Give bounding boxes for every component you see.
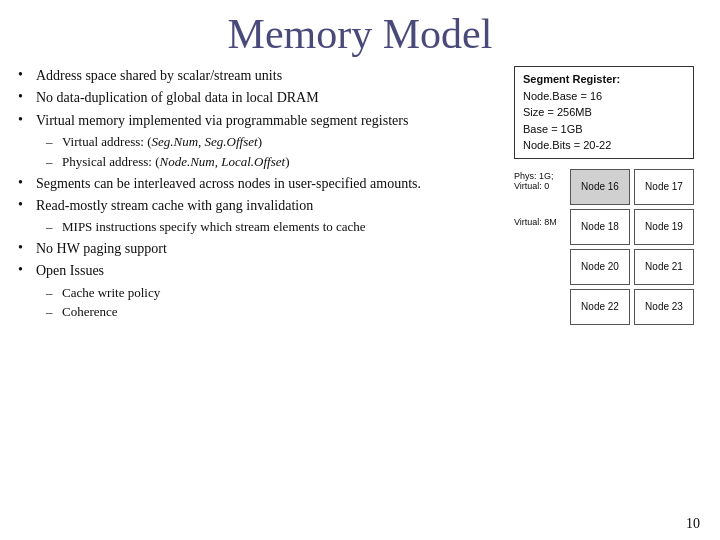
node-22: Node 22 [570, 289, 630, 325]
bullet-text-2: No data-duplication of global data in lo… [36, 88, 319, 108]
bullet-text-1: Address space shared by scalar/stream un… [36, 66, 282, 86]
bullet-icon-6: • [18, 240, 36, 256]
bullet-3: • Virtual memory implemented via program… [18, 111, 432, 131]
bullet-icon-5: • [18, 197, 36, 213]
node-16: Node 16 [570, 169, 630, 205]
seg-reg-line-1: Node.Base = 16 [523, 88, 685, 105]
bullet-icon-4: • [18, 175, 36, 191]
left-column: • Address space shared by scalar/stream … [18, 66, 432, 325]
node-18: Node 18 [570, 209, 630, 245]
sub-bullet-3-1: – Virtual address: (Seg.Num, Seg.Offset) [46, 133, 432, 152]
bullet-4: • Segments can be interleaved across nod… [18, 174, 432, 194]
node-row-0: Node 16 Node 17 [570, 169, 694, 205]
sub-bullet-3-2: – Physical address: (Node.Num, Local.Off… [46, 153, 432, 172]
bullet-text-6: No HW paging support [36, 239, 167, 259]
sub-bullets-3: – Virtual address: (Seg.Num, Seg.Offset)… [46, 133, 432, 172]
sub-bullet-5-1: – MIPS instructions specify which stream… [46, 218, 432, 237]
seg-reg-line-3: Base = 1GB [523, 121, 685, 138]
node-row-1: Node 18 Node 19 [570, 209, 694, 245]
phys-virt-labels: Phys: 1G;Virtual: 0 Virtual: 8M [514, 169, 566, 325]
phys-label: Phys: 1G;Virtual: 0 [514, 171, 566, 211]
bullet-1: • Address space shared by scalar/stream … [18, 66, 432, 86]
segment-register-box: Segment Register: Node.Base = 16 Size = … [514, 66, 694, 159]
seg-reg-line-4: Node.Bits = 20-22 [523, 137, 685, 154]
node-23: Node 23 [634, 289, 694, 325]
node-row-2: Node 20 Node 21 [570, 249, 694, 285]
bullet-text-4: Segments can be interleaved across nodes… [36, 174, 421, 194]
bullet-6: • No HW paging support [18, 239, 432, 259]
bullet-text-3: Virtual memory implemented via programma… [36, 111, 408, 131]
page-title: Memory Model [0, 0, 720, 66]
bullet-7: • Open Issues [18, 261, 432, 281]
page-number: 10 [686, 516, 700, 532]
sub-bullet-7-1: – Cache write policy [46, 284, 432, 303]
node-21: Node 21 [634, 249, 694, 285]
bullet-icon-3: • [18, 112, 36, 128]
bullet-5: • Read-mostly stream cache with gang inv… [18, 196, 432, 216]
virt-label: Virtual: 8M [514, 217, 566, 257]
seg-reg-line-2: Size = 256MB [523, 104, 685, 121]
bullet-icon-2: • [18, 89, 36, 105]
sub-bullets-5: – MIPS instructions specify which stream… [46, 218, 432, 237]
bullet-2: • No data-duplication of global data in … [18, 88, 432, 108]
bullet-icon-1: • [18, 67, 36, 83]
bullet-text-7: Open Issues [36, 261, 104, 281]
sub-bullets-7: – Cache write policy – Coherence [46, 284, 432, 323]
node-row-3: Node 22 Node 23 [570, 289, 694, 325]
node-17: Node 17 [634, 169, 694, 205]
seg-reg-title: Segment Register: [523, 71, 685, 88]
node-20: Node 20 [570, 249, 630, 285]
node-col-left: Node 16 Node 17 Node 18 Node 19 Node 20 … [570, 169, 694, 325]
bullet-text-5: Read-mostly stream cache with gang inval… [36, 196, 313, 216]
sub-bullet-7-2: – Coherence [46, 303, 432, 322]
bullet-icon-7: • [18, 262, 36, 278]
right-column: Segment Register: Node.Base = 16 Size = … [442, 66, 702, 325]
node-19: Node 19 [634, 209, 694, 245]
